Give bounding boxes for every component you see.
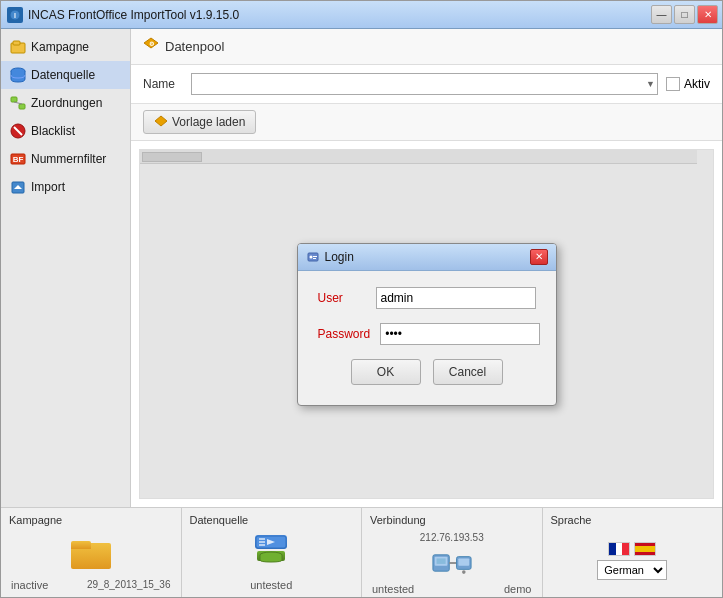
nummernfilter-label: Nummernfilter bbox=[31, 152, 106, 166]
title-bar: I INCAS FrontOffice ImportTool v1.9.15.0… bbox=[1, 1, 722, 29]
maximize-button[interactable]: □ bbox=[674, 5, 695, 24]
dialog-icon bbox=[306, 250, 320, 264]
sprache-icon-area: German English French bbox=[551, 530, 715, 591]
minimize-button[interactable]: — bbox=[651, 5, 672, 24]
modal-overlay: Login ✕ User Password bbox=[140, 150, 713, 498]
datenquelle-icon bbox=[9, 66, 27, 84]
svg-marker-16 bbox=[155, 116, 167, 126]
verbindung-ip: 212.76.193.53 bbox=[370, 532, 534, 543]
conn-icon bbox=[432, 547, 472, 579]
verbindung-status-line1: untested bbox=[372, 583, 452, 595]
zuordnungen-label: Zuordnungen bbox=[31, 96, 102, 110]
user-input[interactable] bbox=[376, 287, 536, 309]
vorlage-laden-button[interactable]: Vorlage laden bbox=[143, 110, 256, 134]
aktiv-check: Aktiv bbox=[666, 77, 710, 91]
vorlage-btn-label: Vorlage laden bbox=[172, 115, 245, 129]
title-buttons: — □ ✕ bbox=[651, 5, 718, 24]
sidebar-item-zuordnungen[interactable]: Zuordnungen bbox=[1, 89, 130, 117]
password-label: Password bbox=[318, 327, 371, 341]
kampagne-status-icon-area bbox=[9, 530, 173, 575]
combo-arrow-icon: ▼ bbox=[646, 79, 655, 89]
svg-rect-32 bbox=[458, 558, 469, 565]
import-label: Import bbox=[31, 180, 65, 194]
content-area: Kampagne Datenquelle bbox=[1, 29, 722, 507]
login-dialog: Login ✕ User Password bbox=[297, 243, 557, 406]
dialog-buttons: OK Cancel bbox=[318, 359, 536, 389]
dialog-title-bar: Login ✕ bbox=[298, 244, 556, 271]
french-flag-icon bbox=[608, 542, 630, 556]
password-input[interactable] bbox=[380, 323, 540, 345]
db-icon-bottom bbox=[257, 551, 285, 561]
nummernfilter-icon: BF bbox=[9, 150, 27, 168]
cancel-button[interactable]: Cancel bbox=[433, 359, 503, 385]
app-icon: I bbox=[7, 7, 23, 23]
datenquelle-status-icon-area bbox=[190, 530, 354, 575]
spanish-flag-icon bbox=[634, 542, 656, 556]
kampagne-label: Kampagne bbox=[31, 40, 89, 54]
aktiv-checkbox[interactable] bbox=[666, 77, 680, 91]
status-sprache: Sprache German English French bbox=[543, 508, 723, 597]
blacklist-icon bbox=[9, 122, 27, 140]
svg-text:BF: BF bbox=[13, 155, 24, 164]
name-label-text: Name bbox=[143, 77, 183, 91]
window-title: INCAS FrontOffice ImportTool v1.9.15.0 bbox=[28, 8, 239, 22]
user-row: User bbox=[318, 287, 536, 309]
name-combo[interactable]: ▼ bbox=[191, 73, 658, 95]
main-window: I INCAS FrontOffice ImportTool v1.9.15.0… bbox=[0, 0, 723, 598]
datenpool-title: Datenpool bbox=[165, 39, 224, 54]
dialog-title-left: Login bbox=[306, 250, 354, 264]
main-panel: ⚙ Datenpool Name ▼ Aktiv bbox=[131, 29, 722, 507]
sidebar-item-nummernfilter[interactable]: BF Nummernfilter bbox=[1, 145, 130, 173]
status-verbindung-title: Verbindung bbox=[370, 514, 426, 526]
toolbar: Vorlage laden bbox=[131, 104, 722, 141]
datenpool-icon: ⚙ bbox=[143, 37, 159, 56]
svg-text:I: I bbox=[14, 12, 16, 19]
vorlage-icon bbox=[154, 115, 168, 129]
sidebar-item-kampagne[interactable]: Kampagne bbox=[1, 33, 130, 61]
datenquelle-status-line1: untested bbox=[190, 579, 354, 591]
kampagne-status-line2: 29_8_2013_15_36 bbox=[87, 579, 170, 591]
dialog-close-button[interactable]: ✕ bbox=[530, 249, 548, 265]
user-label: User bbox=[318, 291, 366, 305]
flag-container bbox=[608, 542, 656, 556]
zuordnungen-icon bbox=[9, 94, 27, 112]
status-datenquelle: Datenquelle bbox=[182, 508, 363, 597]
close-button[interactable]: ✕ bbox=[697, 5, 718, 24]
svg-rect-3 bbox=[13, 41, 20, 45]
dialog-title-text: Login bbox=[325, 250, 354, 264]
title-bar-left: I INCAS FrontOffice ImportTool v1.9.15.0 bbox=[7, 7, 239, 23]
panel-header: ⚙ Datenpool bbox=[131, 29, 722, 65]
folder-icon bbox=[71, 537, 111, 569]
password-row: Password bbox=[318, 323, 536, 345]
db-icon-top bbox=[255, 535, 287, 549]
svg-rect-29 bbox=[436, 558, 445, 563]
kampagne-status-line1: inactive bbox=[11, 579, 87, 591]
svg-line-7 bbox=[14, 102, 22, 104]
sidebar-item-datenquelle[interactable]: Datenquelle bbox=[1, 61, 130, 89]
status-kampagne-title: Kampagne bbox=[9, 514, 62, 526]
ok-button[interactable]: OK bbox=[351, 359, 421, 385]
kampagne-icon bbox=[9, 38, 27, 56]
sidebar-item-blacklist[interactable]: Blacklist bbox=[1, 117, 130, 145]
status-bar: Kampagne inactive 29_8_2013_15_36 Datenq… bbox=[1, 507, 722, 597]
blacklist-label: Blacklist bbox=[31, 124, 75, 138]
sidebar-item-import[interactable]: Import bbox=[1, 173, 130, 201]
svg-rect-5 bbox=[11, 97, 17, 102]
verbindung-status-line2: demo bbox=[452, 583, 532, 595]
name-bar: Name ▼ Aktiv bbox=[131, 65, 722, 104]
verbindung-status-icon-area bbox=[370, 547, 534, 579]
language-select[interactable]: German English French bbox=[597, 560, 667, 580]
kampagne-status-bottom: inactive 29_8_2013_15_36 bbox=[9, 579, 173, 591]
datenquelle-label: Datenquelle bbox=[31, 68, 95, 82]
status-kampagne: Kampagne inactive 29_8_2013_15_36 bbox=[1, 508, 182, 597]
import-icon bbox=[9, 178, 27, 196]
svg-rect-19 bbox=[313, 256, 317, 257]
svg-rect-20 bbox=[313, 258, 316, 259]
dialog-body: User Password OK Cancel bbox=[298, 271, 556, 405]
status-sprache-title: Sprache bbox=[551, 514, 592, 526]
verbindung-status-bottom: untested demo bbox=[370, 583, 534, 595]
status-datenquelle-title: Datenquelle bbox=[190, 514, 249, 526]
status-verbindung: Verbindung 212.76.193.53 untested bbox=[362, 508, 543, 597]
db-icon bbox=[252, 535, 290, 571]
work-area: Login ✕ User Password bbox=[139, 149, 714, 499]
